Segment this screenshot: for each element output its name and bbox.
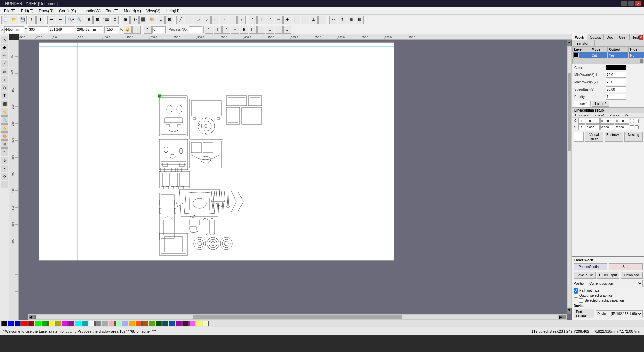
zoom-selection-button[interactable]: ⊟ xyxy=(93,16,101,24)
align2-mc[interactable]: ⊕ xyxy=(240,26,248,34)
x-space2-input[interactable] xyxy=(600,118,614,124)
hand-tool-left[interactable]: ✋ xyxy=(1,124,8,132)
align2-more[interactable]: ≡ xyxy=(283,26,291,34)
align-tl-button[interactable]: ⌜ xyxy=(249,16,257,24)
menu-draw[interactable]: Draw(R) xyxy=(36,7,56,14)
align2-bl[interactable]: ⌞ xyxy=(257,26,265,34)
group-button[interactable]: ▦ xyxy=(347,16,355,24)
coord2-input[interactable] xyxy=(76,26,103,33)
nesting-btn[interactable]: Nesting xyxy=(624,132,643,142)
color-swatch-24[interactable] xyxy=(162,321,168,326)
scroll-left-btn[interactable]: ◀ xyxy=(29,315,36,319)
flip-v-button[interactable]: ↕ xyxy=(237,16,246,24)
canvas-area[interactable]: ◀ ▶ ▲ ▼ xyxy=(19,40,572,320)
zoom-page-button[interactable]: ⊡ xyxy=(111,16,119,24)
position-select[interactable]: Current position xyxy=(588,280,643,287)
menu-tool[interactable]: Tool(T) xyxy=(103,7,121,14)
color-swatch-1[interactable] xyxy=(8,321,14,326)
virtual-array-btn[interactable]: Virtual array xyxy=(585,132,603,142)
cut-tool-left[interactable]: ✂ xyxy=(1,165,8,172)
color-swatch-30[interactable] xyxy=(203,321,209,326)
dist-h-button[interactable]: ⇔ xyxy=(329,16,337,24)
arr-left-button[interactable]: ← xyxy=(211,16,219,24)
save-button[interactable]: 💾 xyxy=(19,16,27,24)
align-bc-button[interactable]: ⊥ xyxy=(310,16,318,24)
color-swatch-5[interactable] xyxy=(35,321,41,326)
select-tool-left[interactable]: ↖ xyxy=(1,36,8,43)
ufile-output-btn[interactable]: UFileOutput xyxy=(597,272,619,279)
color-swatch-6[interactable] xyxy=(42,321,48,326)
min-power-input[interactable] xyxy=(606,72,626,78)
color-swatch-9[interactable] xyxy=(62,321,68,326)
align2-tl[interactable]: ⌜ xyxy=(205,26,213,34)
circle-tool-left[interactable]: ○ xyxy=(1,76,8,83)
import-button[interactable]: ⬇ xyxy=(28,16,36,24)
y-space2-input[interactable] xyxy=(600,124,614,130)
laser1-tab[interactable]: Laser 1 xyxy=(574,101,591,107)
minimize-button[interactable]: — xyxy=(621,1,627,6)
color-swatch-prop[interactable] xyxy=(606,65,626,70)
device-select[interactable]: Device---(IP:192.168.1.98) xyxy=(596,310,643,317)
color-swatch-11[interactable] xyxy=(75,321,81,326)
max-power-input[interactable] xyxy=(606,79,626,85)
line-button[interactable]: ╱ xyxy=(176,16,184,24)
bestrow-btn[interactable]: Bestrow... xyxy=(605,132,623,142)
right-panel-close[interactable]: ✕ xyxy=(639,35,643,40)
rotate-input[interactable] xyxy=(152,26,166,33)
layer-row-0[interactable]: Cut Yes No xyxy=(573,52,644,59)
layer-tool-left[interactable]: ≡ xyxy=(1,148,8,156)
selected-graphics-check[interactable] xyxy=(579,298,583,303)
zoom-out-button[interactable]: 🔍- xyxy=(76,16,84,24)
rect-button[interactable]: ▭ xyxy=(194,16,202,24)
process-input[interactable] xyxy=(189,26,202,33)
color-tool-left[interactable]: 🎨 xyxy=(1,132,8,140)
transform-tool-left[interactable]: ⟳ xyxy=(1,173,8,180)
color-swatch-16[interactable] xyxy=(109,321,115,326)
x-mirror2-check[interactable] xyxy=(635,119,639,123)
grid-tool-left[interactable]: ⊞ xyxy=(1,140,8,148)
color-swatch-23[interactable] xyxy=(156,321,162,326)
y-num-input[interactable] xyxy=(578,124,585,130)
measure-tool-left[interactable]: 📏 xyxy=(1,108,8,116)
redo-button[interactable]: ↪ xyxy=(56,16,64,24)
align2-tc[interactable]: ⊤ xyxy=(214,26,222,34)
x-space1-input[interactable] xyxy=(586,118,600,124)
mirror-tool-left[interactable]: ↔ xyxy=(1,181,8,188)
pause-continue-btn[interactable]: Pause/Continue xyxy=(574,263,607,270)
h-scrollbar-track[interactable] xyxy=(36,315,558,319)
menu-model[interactable]: Model(M) xyxy=(121,7,144,14)
layer-scroll-thumb[interactable] xyxy=(640,59,643,63)
align2-mr[interactable]: ⊢ xyxy=(249,26,257,34)
align2-tr[interactable]: ⌝ xyxy=(222,26,230,34)
bitmap-tool-left[interactable]: ⬛ xyxy=(1,100,8,107)
y-mirror2-check[interactable] xyxy=(635,125,639,129)
align-mr-button[interactable]: ⊢ xyxy=(292,16,300,24)
rect-tool-left[interactable]: ▭ xyxy=(1,68,8,75)
h-scrollbar-thumb[interactable] xyxy=(193,315,402,319)
size-input[interactable] xyxy=(106,26,119,33)
menu-view[interactable]: View(V) xyxy=(144,7,163,14)
undo-button[interactable]: ↩ xyxy=(47,16,55,24)
rotate-cw-button[interactable]: ↻ xyxy=(144,26,152,34)
color-swatch-15[interactable] xyxy=(102,321,108,326)
arr-right-button[interactable]: → xyxy=(220,16,228,24)
maximize-button[interactable]: □ xyxy=(628,1,634,6)
menu-file[interactable]: File(F) xyxy=(1,7,18,14)
tab-output[interactable]: Output xyxy=(587,34,604,40)
line-tool-left[interactable]: ╱ xyxy=(1,60,8,67)
open-button[interactable]: 📂 xyxy=(10,16,18,24)
zoom-tool-left[interactable]: 🔍 xyxy=(1,116,8,124)
circle-button[interactable]: ○ xyxy=(203,16,211,24)
color-swatch-0[interactable] xyxy=(1,321,7,326)
scroll-right-btn[interactable]: ▶ xyxy=(559,315,566,319)
color-swatch-12[interactable] xyxy=(82,321,88,326)
coord1-input[interactable] xyxy=(49,26,75,33)
color-swatch-10[interactable] xyxy=(68,321,74,326)
y-space1-input[interactable] xyxy=(586,124,600,130)
v-scrollbar-thumb[interactable] xyxy=(568,73,571,151)
menu-config[interactable]: Config(S) xyxy=(56,7,79,14)
x-num-input[interactable] xyxy=(578,118,585,124)
color-swatch-14[interactable] xyxy=(95,321,101,326)
align-mc-button[interactable]: ⊕ xyxy=(283,16,291,24)
close-button[interactable]: ✕ xyxy=(635,1,641,6)
